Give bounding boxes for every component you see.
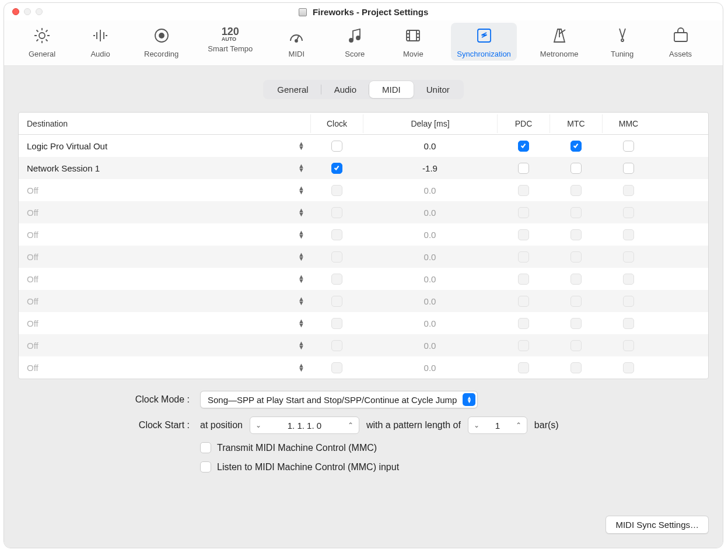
checkbox[interactable] <box>623 362 634 373</box>
destination-select[interactable]: Off▲▼ <box>19 182 310 199</box>
destination-select[interactable]: Off▲▼ <box>19 293 310 310</box>
checkbox[interactable] <box>331 163 342 174</box>
checkbox[interactable] <box>518 141 529 152</box>
header-mmc: MMC <box>602 114 654 133</box>
delay-cell[interactable]: 0.0 <box>363 315 497 332</box>
checkbox[interactable] <box>331 207 342 218</box>
delay-cell[interactable]: 0.0 <box>363 271 497 288</box>
checkbox[interactable] <box>623 229 634 240</box>
destination-select[interactable]: Logic Pro Virtual Out▲▼ <box>19 138 310 155</box>
toolbar-tuning[interactable]: Tuning <box>602 23 643 61</box>
checkbox[interactable] <box>331 296 342 307</box>
toolbar-audio[interactable]: Audio <box>80 23 121 61</box>
checkbox[interactable] <box>570 296 582 307</box>
stepper-up-icon[interactable]: ⌃ <box>510 421 527 429</box>
subtab-unitor[interactable]: Unitor <box>414 81 463 98</box>
checkbox[interactable] <box>623 318 634 329</box>
listen-mmc-checkbox[interactable] <box>200 461 211 473</box>
checkbox[interactable] <box>570 163 582 174</box>
delay-cell[interactable]: 0.0 <box>363 337 497 354</box>
destination-select[interactable]: Off▲▼ <box>19 315 310 332</box>
delay-cell[interactable]: -1.9 <box>363 160 497 177</box>
delay-cell[interactable]: 0.0 <box>363 182 497 199</box>
toolbar-smart-tempo[interactable]: 120AUTOSmart Tempo <box>202 23 258 61</box>
destination-select[interactable]: Off▲▼ <box>19 337 310 354</box>
checkbox[interactable] <box>518 296 529 307</box>
clock-mode-select[interactable]: Song—SPP at Play Start and Stop/SPP/Cont… <box>200 391 478 408</box>
checkbox[interactable] <box>570 340 582 351</box>
pdc-cell <box>497 314 550 332</box>
toolbar-midi[interactable]: MIDI <box>276 23 317 61</box>
header-pdc: PDC <box>497 114 550 133</box>
checkbox[interactable] <box>331 362 342 373</box>
checkbox[interactable] <box>331 185 342 196</box>
checkbox[interactable] <box>570 251 582 262</box>
destination-select[interactable]: Network Session 1▲▼ <box>19 160 310 177</box>
toolbar-synchronization[interactable]: Synchronization <box>451 23 517 61</box>
checkbox[interactable] <box>623 274 634 285</box>
checkbox[interactable] <box>623 251 634 262</box>
checkbox[interactable] <box>518 185 529 196</box>
clock-start-position-stepper[interactable]: ⌄ 1. 1. 1. 0 ⌃ <box>250 416 359 434</box>
destination-select[interactable]: Off▲▼ <box>19 226 310 243</box>
toolbar-recording[interactable]: Recording <box>138 23 184 61</box>
checkbox[interactable] <box>331 141 342 152</box>
delay-cell[interactable]: 0.0 <box>363 138 497 155</box>
checkbox[interactable] <box>623 141 634 152</box>
checkbox[interactable] <box>623 185 634 196</box>
destination-select[interactable]: Off▲▼ <box>19 271 310 288</box>
checkbox[interactable] <box>518 340 529 351</box>
checkbox[interactable] <box>518 229 529 240</box>
checkbox[interactable] <box>570 362 582 373</box>
checkbox[interactable] <box>331 318 342 329</box>
stepper-up-icon[interactable]: ⌃ <box>342 421 359 429</box>
toolbar-movie[interactable]: Movie <box>393 23 433 61</box>
mmc-cell <box>602 137 654 155</box>
delay-cell[interactable]: 0.0 <box>363 359 497 376</box>
destination-select[interactable]: Off▲▼ <box>19 359 310 376</box>
delay-cell[interactable]: 0.0 <box>363 226 497 243</box>
smart-tempo-icon: 120AUTO <box>222 26 239 42</box>
checkbox[interactable] <box>518 163 529 174</box>
checkbox[interactable] <box>570 229 582 240</box>
checkbox[interactable] <box>518 318 529 329</box>
checkbox[interactable] <box>570 318 582 329</box>
checkbox[interactable] <box>623 207 634 218</box>
stepper-down-icon[interactable]: ⌄ <box>250 421 267 429</box>
checkbox[interactable] <box>331 229 342 240</box>
subtab-midi[interactable]: MIDI <box>369 81 414 98</box>
delay-cell[interactable]: 0.0 <box>363 249 497 265</box>
destination-value: Logic Pro Virtual Out <box>27 141 306 151</box>
checkbox[interactable] <box>331 251 342 262</box>
checkbox[interactable] <box>570 185 582 196</box>
checkbox[interactable] <box>623 163 634 174</box>
stepper-down-icon[interactable]: ⌄ <box>468 421 485 429</box>
checkbox[interactable] <box>518 251 529 262</box>
checkbox[interactable] <box>570 274 582 285</box>
checkbox[interactable] <box>518 274 529 285</box>
subtab-general[interactable]: General <box>264 81 321 98</box>
delay-cell[interactable]: 0.0 <box>363 204 497 221</box>
checkbox[interactable] <box>623 340 634 351</box>
checkbox[interactable] <box>518 362 529 373</box>
delay-cell[interactable]: 0.0 <box>363 293 497 310</box>
destination-select[interactable]: Off▲▼ <box>19 249 310 265</box>
movie-icon <box>404 26 422 47</box>
toolbar-assets[interactable]: Assets <box>660 23 701 61</box>
checkbox[interactable] <box>518 207 529 218</box>
checkbox[interactable] <box>331 340 342 351</box>
toolbar-score[interactable]: Score <box>334 23 375 61</box>
subtab-audio[interactable]: Audio <box>321 81 369 98</box>
transmit-mmc-checkbox[interactable] <box>200 442 211 453</box>
checkbox[interactable] <box>623 296 634 307</box>
destination-select[interactable]: Off▲▼ <box>19 204 310 221</box>
toolbar-metronome[interactable]: Metronome <box>534 23 584 61</box>
clock-cell <box>310 181 363 200</box>
midi-sync-settings-button[interactable]: MIDI Sync Settings… <box>606 516 709 534</box>
toolbar-general[interactable]: General <box>22 23 62 61</box>
assets-icon <box>671 26 690 47</box>
checkbox[interactable] <box>570 207 582 218</box>
pattern-length-stepper[interactable]: ⌄ 1 ⌃ <box>468 416 527 434</box>
checkbox[interactable] <box>570 141 582 152</box>
checkbox[interactable] <box>331 274 342 285</box>
